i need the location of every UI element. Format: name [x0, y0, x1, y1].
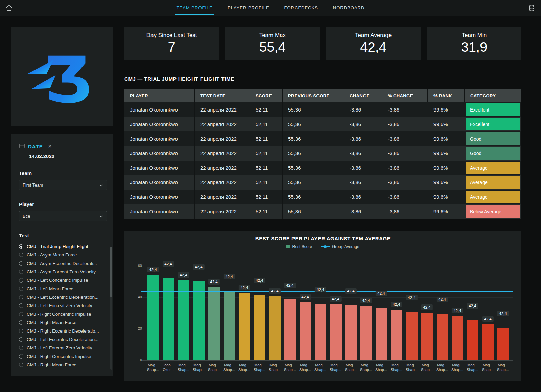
cell-category: Excellent [465, 117, 521, 131]
column-header[interactable]: SCORE [250, 89, 283, 102]
bar[interactable] [193, 281, 205, 360]
bar[interactable] [284, 299, 296, 360]
stat-value: 42,4 [360, 40, 386, 55]
radio-button[interactable] [19, 295, 23, 299]
test-option[interactable]: CMJ - Trial Jump Height Flight [19, 242, 108, 251]
nav-tab[interactable]: FORCEDECKS [277, 0, 326, 16]
bar[interactable] [437, 314, 448, 360]
test-option[interactable]: CMJ - Left Eccentric Deceleration... [19, 293, 108, 301]
bar[interactable] [406, 312, 418, 360]
table-row[interactable]: Jonatan Okoronnkwo 22 апреля 2022 52,11 … [124, 190, 521, 204]
radio-button[interactable] [19, 312, 23, 316]
test-option[interactable]: CMJ - Asym Mean Force [19, 251, 108, 259]
nav-tab[interactable]: PLAYER PROFILE [220, 0, 277, 16]
team-select[interactable]: First Team [19, 180, 107, 190]
test-option[interactable]: CMJ - Left Eccentric Deceleration... [19, 335, 108, 344]
radio-button[interactable] [19, 346, 23, 350]
scrollbar-thumb[interactable] [110, 247, 112, 297]
radio-button[interactable] [19, 261, 23, 266]
table-row[interactable]: Jonatan Okoronnkwo 22 апреля 2022 52,11 … [124, 146, 521, 161]
table-row[interactable]: Jonatan Okoronnkwo 22 апреля 2022 52,11 … [124, 175, 521, 190]
team-select-value: First Team [23, 182, 43, 188]
table-row[interactable]: Jonatan Okoronnkwo 22 апреля 2022 52,11 … [124, 131, 521, 146]
bar[interactable] [269, 296, 281, 360]
table-row[interactable]: Jonatan Okoronnkwo 22 апреля 2022 52,11 … [124, 161, 521, 175]
test-option[interactable]: CMJ - Left Forceat Zero Velocity [19, 301, 108, 310]
test-option-label: CMJ - Right Concentric Impulse [27, 312, 91, 317]
column-header[interactable]: % RANK [428, 89, 465, 102]
bar[interactable] [300, 302, 311, 360]
legend-group-average[interactable]: Group Average [321, 244, 359, 249]
test-option-label: CMJ - Left Forceat Zero Velocity [27, 303, 92, 308]
bar[interactable] [178, 280, 189, 360]
date-filter-clear[interactable]: ✕ [48, 144, 52, 149]
bar[interactable] [208, 287, 220, 360]
bar[interactable] [497, 328, 509, 360]
radio-button[interactable] [19, 329, 23, 333]
table-row[interactable]: Jonatan Okoronnkwo 22 апреля 2022 52,11 … [124, 117, 521, 131]
player-select[interactable]: Все [19, 211, 107, 221]
cell-previous-score: 55,36 [283, 190, 344, 204]
radio-button[interactable] [19, 363, 23, 367]
bar-column: 42,4Mag...Shap... [495, 266, 511, 360]
bar[interactable] [254, 295, 265, 360]
bar[interactable] [360, 306, 372, 360]
test-option-label: CMJ - Left Mean Force [27, 286, 73, 291]
nav-tab[interactable]: TEAM PROFILE [169, 0, 220, 16]
bar[interactable] [452, 316, 463, 360]
bar[interactable] [421, 313, 433, 360]
radio-button[interactable] [19, 337, 23, 342]
bars-row: 42,4Mag...Shap...42,4Jona...Okor...42,4M… [145, 266, 511, 360]
cell-test-date: 22 апреля 2022 [195, 190, 250, 204]
bar[interactable] [467, 320, 478, 360]
bar[interactable] [315, 304, 326, 360]
test-option[interactable]: CMJ - Right Mean Force [19, 318, 108, 327]
home-icon[interactable] [5, 4, 13, 13]
radio-button[interactable] [19, 244, 23, 249]
column-header[interactable]: CHANGE [344, 89, 382, 102]
nav-tab[interactable]: NORDBOARD [326, 0, 372, 16]
bar-value-label: 42,4 [193, 264, 204, 270]
bar[interactable] [482, 324, 494, 360]
radio-button[interactable] [19, 278, 23, 283]
calendar-icon [19, 143, 25, 150]
test-option[interactable]: CMJ - Right Concentric Impulse [19, 310, 108, 318]
column-header[interactable]: PLAYER [124, 89, 195, 102]
bar[interactable] [330, 304, 342, 360]
radio-button[interactable] [19, 354, 23, 359]
test-list-scrollbar[interactable] [110, 247, 112, 370]
test-option[interactable]: CMJ - Asym Forceat Zero Velocity [19, 268, 108, 276]
column-header[interactable]: CATEGORY [465, 89, 521, 102]
column-header[interactable]: PREVIOUS SCORE [283, 89, 344, 102]
bar-value-label: 42,4 [314, 287, 326, 292]
legend-best-score[interactable]: Best Score [286, 244, 312, 249]
database-icon[interactable] [528, 5, 535, 13]
test-option[interactable]: CMJ - Right Concentric Impulse [19, 352, 108, 361]
column-header[interactable]: % CHANGE [382, 89, 428, 102]
radio-button[interactable] [19, 253, 23, 257]
radio-button[interactable] [19, 287, 23, 291]
test-option[interactable]: CMJ - Left Mean Force [19, 285, 108, 293]
bar[interactable] [147, 275, 159, 360]
test-option[interactable]: CMJ - Left Concentric Impulse [19, 276, 108, 285]
radio-button[interactable] [19, 303, 23, 308]
table-row[interactable]: Jonatan Okoronnkwo 22 апреля 2022 52,11 … [124, 204, 521, 219]
test-option[interactable]: CMJ - Left Forceat Zero Velocity [19, 344, 108, 352]
bar[interactable] [391, 310, 402, 360]
bar[interactable] [224, 291, 235, 360]
test-option[interactable]: CMJ - Right Mean Force [19, 361, 108, 369]
test-option[interactable]: CMJ - Asym Eccentric Decelerati... [19, 259, 108, 268]
radio-button[interactable] [19, 320, 23, 325]
column-header[interactable]: TEST DATE [195, 89, 250, 102]
bar[interactable] [345, 305, 357, 360]
column-header-label: SCORE [256, 93, 272, 98]
test-option[interactable]: CMJ - Right Eccentric Deceleratio... [19, 327, 108, 335]
bar[interactable] [163, 278, 174, 360]
test-option-label: CMJ - Right Concentric Impulse [27, 354, 91, 359]
bar[interactable] [376, 308, 387, 360]
bar-value-label: 42,4 [436, 297, 448, 302]
table-row[interactable]: Jonatan Okoronnkwo 22 апреля 2022 52,11 … [124, 102, 521, 117]
bar[interactable] [239, 293, 250, 360]
column-header-label: PLAYER [130, 93, 148, 98]
radio-button[interactable] [19, 270, 23, 274]
